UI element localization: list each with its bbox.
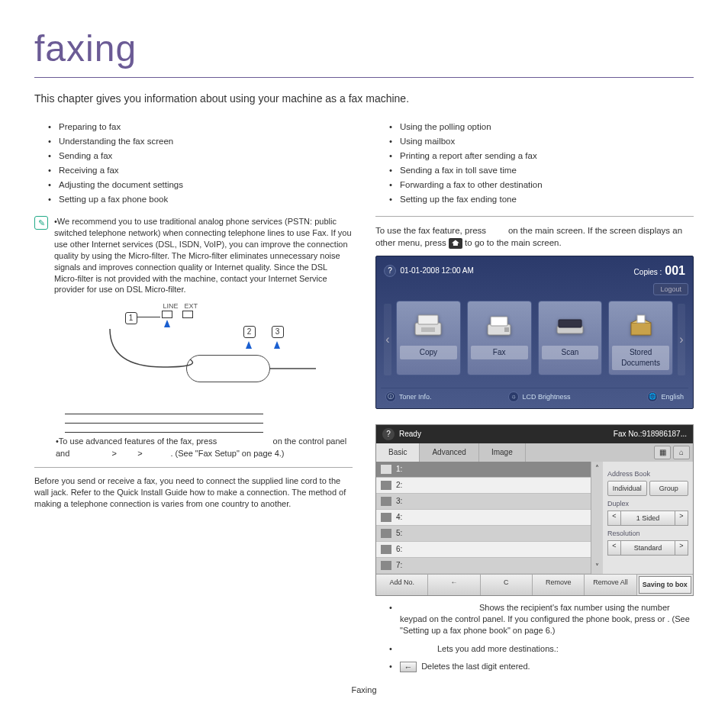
list-item: Sending a fax <box>48 150 353 162</box>
fax-feature-intro: To use the fax feature, press on the mai… <box>375 224 694 249</box>
remove-button[interactable]: Remove <box>533 575 585 595</box>
scroll-up-icon[interactable]: ˄ <box>595 463 599 474</box>
individual-button[interactable]: Individual <box>607 481 647 497</box>
list-item: Using mailbox <box>389 135 694 147</box>
list-item: Sending a fax in toll save time <box>389 164 694 176</box>
resolution-label: Resolution <box>607 529 688 539</box>
recipient-list: 1: 2: 3: 4: 5: 6: 7: <box>376 462 591 574</box>
list-item: Receiving a fax <box>48 164 353 176</box>
note-block: ✎ •We recommend you to use traditional a… <box>34 216 353 295</box>
svg-rect-2 <box>421 327 435 332</box>
tile-label: Stored Documents <box>612 346 669 370</box>
topics-right: Using the polling option Using mailbox P… <box>375 121 694 206</box>
main-screen-screenshot: ? 01-01-2008 12:00 AM Copies :001 Logout… <box>375 256 694 409</box>
table-row[interactable]: 5: <box>376 526 591 542</box>
description-list: Shows the recipient's fax number using t… <box>375 602 694 673</box>
logout-button[interactable]: Logout <box>653 283 688 295</box>
home-icon <box>449 238 462 249</box>
svg-rect-9 <box>637 315 645 323</box>
toner-info-button[interactable]: ⓘToner Info. <box>385 391 432 402</box>
table-row[interactable]: 3: <box>376 494 591 510</box>
duplex-next-button[interactable]: > <box>675 511 688 527</box>
row-icon <box>381 497 391 506</box>
row-icon <box>381 513 391 522</box>
list-item: Setting up a fax phone book <box>48 193 353 205</box>
info-icon: ⓘ <box>385 391 396 402</box>
lcd-brightness-button[interactable]: ☼LCD Brightness <box>508 391 570 402</box>
tile-copy[interactable]: Copy <box>396 301 461 375</box>
status-label: Ready <box>399 430 421 438</box>
table-row[interactable]: 4: <box>376 510 591 526</box>
brightness-icon: ☼ <box>508 391 519 402</box>
duplex-prev-button[interactable]: < <box>607 511 621 527</box>
note-icon: ✎ <box>34 216 48 230</box>
list-item: Setting up the fax ending tone <box>389 193 694 205</box>
blank-fill-lines <box>65 405 353 433</box>
tile-label: Scan <box>542 346 599 359</box>
note-text: •We recommend you to use traditional ana… <box>54 216 353 295</box>
add-number-button[interactable]: Add No. <box>376 575 428 595</box>
help-icon[interactable]: ? <box>384 265 396 277</box>
table-row[interactable]: 7: <box>376 558 591 574</box>
list-item: Lets you add more destinations.: <box>389 643 694 655</box>
language-button[interactable]: 🌐English <box>647 391 684 402</box>
fax-icon <box>471 306 528 343</box>
section-rule <box>375 216 694 217</box>
cable-svg <box>102 321 316 390</box>
toolbar-button[interactable]: ▦ <box>654 446 671 459</box>
resolution-value: Standard <box>621 540 675 556</box>
tab-basic[interactable]: Basic <box>376 443 420 462</box>
table-row[interactable]: 1: <box>376 462 591 478</box>
address-book-label: Address Book <box>607 469 688 479</box>
page-footer: Faxing <box>34 685 694 696</box>
row-icon <box>381 481 391 490</box>
backspace-button[interactable]: ← <box>428 575 480 595</box>
nav-next-button[interactable]: › <box>678 304 685 375</box>
diagram-label-line: LINE <box>163 301 179 311</box>
left-column: Preparing to fax Understanding the fax s… <box>34 121 353 679</box>
datetime-label: 01-01-2008 12:00 AM <box>401 266 474 275</box>
tile-fax[interactable]: Fax <box>467 301 532 375</box>
row-icon <box>381 529 391 538</box>
resolution-prev-button[interactable]: < <box>607 540 621 556</box>
scrollbar[interactable]: ˄˅ <box>591 462 603 574</box>
note-advanced: •To use advanced features of the fax, pr… <box>34 436 353 459</box>
svg-rect-5 <box>504 327 509 332</box>
port-ext <box>182 311 193 318</box>
list-item: Understanding the fax screen <box>48 135 353 147</box>
copier-icon <box>400 306 457 343</box>
home-button[interactable]: ⌂ <box>673 446 690 459</box>
tab-image[interactable]: Image <box>479 443 526 462</box>
remove-all-button[interactable]: Remove All <box>585 575 636 595</box>
diagram-label-ext: EXT <box>185 301 198 311</box>
list-item: Printing a report after sending a fax <box>389 150 694 162</box>
tile-label: Copy <box>400 346 457 359</box>
tab-advanced[interactable]: Advanced <box>420 443 478 462</box>
group-button[interactable]: Group <box>649 481 689 497</box>
row-icon <box>381 545 391 554</box>
svg-rect-7 <box>559 320 581 327</box>
table-row[interactable]: 6: <box>376 542 591 558</box>
help-icon[interactable]: ? <box>382 428 395 440</box>
fax-screen-screenshot: ?Ready Fax No.:918986187... Basic Advanc… <box>375 424 694 596</box>
globe-icon: 🌐 <box>647 391 658 402</box>
tile-stored-docs[interactable]: Stored Documents <box>608 301 673 375</box>
saving-to-box-button[interactable]: Saving to box <box>639 576 691 594</box>
diagram-line <box>137 317 160 317</box>
duplex-label: Duplex <box>607 499 688 509</box>
list-item: Preparing to fax <box>48 121 353 133</box>
table-row[interactable]: 2: <box>376 478 591 494</box>
resolution-next-button[interactable]: > <box>675 540 688 556</box>
row-icon <box>381 465 391 474</box>
chapter-intro: This chapter gives you information about… <box>34 92 694 107</box>
tile-scan[interactable]: Scan <box>538 301 603 375</box>
clear-button[interactable]: C <box>481 575 533 595</box>
tile-label: Fax <box>471 346 528 359</box>
row-icon <box>381 561 391 570</box>
nav-prev-button[interactable]: ‹ <box>384 304 391 375</box>
fax-number-display: Fax No.:918986187... <box>614 429 687 440</box>
preparing-text: Before you send or receive a fax, you ne… <box>34 475 353 510</box>
scroll-down-icon[interactable]: ˅ <box>595 562 599 572</box>
list-item: Forwarding a fax to other destination <box>389 179 694 191</box>
svg-rect-4 <box>491 317 507 326</box>
